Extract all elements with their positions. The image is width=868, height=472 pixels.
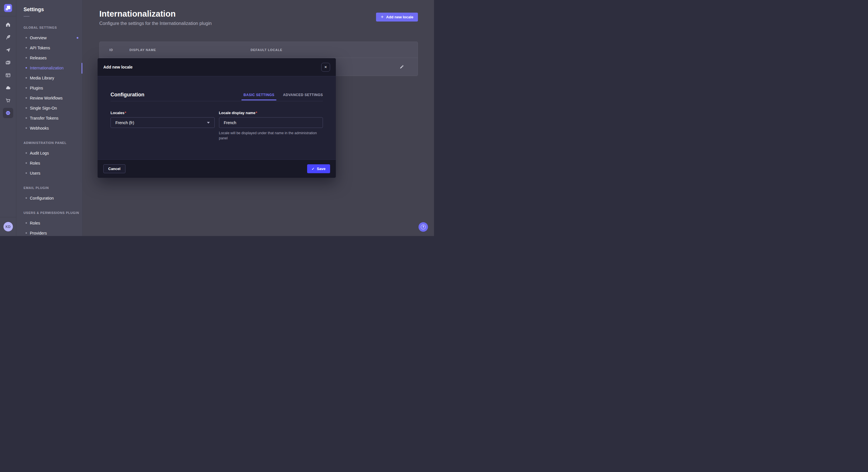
nav-item-label: Configuration: [30, 196, 54, 200]
required-asterisk: *: [125, 111, 126, 115]
bullet-icon: [26, 117, 27, 119]
modal-body: Configuration BASIC SETTINGS ADVANCED SE…: [98, 76, 336, 160]
subnav-title: Settings: [24, 6, 82, 12]
close-icon: ✕: [324, 65, 327, 69]
main-nav-rail: KD: [0, 0, 17, 236]
feather-icon[interactable]: [2, 31, 14, 43]
section-label-global-settings: GLOBAL SETTINGS: [24, 26, 82, 29]
question-mark-icon: ?: [421, 225, 426, 229]
display-name-label: Locale display name*: [219, 111, 323, 115]
plus-icon: +: [381, 14, 383, 19]
nav-item-label: Audit Logs: [30, 151, 49, 156]
nav-item-label: Users: [30, 171, 40, 175]
configuration-row: Configuration BASIC SETTINGS ADVANCED SE…: [111, 91, 323, 98]
strapi-settings-app: KD Settings GLOBAL SETTINGS Overview API…: [0, 0, 434, 236]
bullet-icon: [26, 37, 27, 38]
rail-icon-list: [0, 19, 16, 119]
nav-item-label: Providers: [30, 231, 47, 235]
section-label-email-plugin: EMAIL PLUGIN: [24, 186, 82, 190]
bullet-icon: [26, 107, 27, 109]
settings-gear-rail-item[interactable]: [2, 107, 14, 119]
layout-window-icon[interactable]: [2, 69, 14, 81]
save-button-label: Save: [317, 167, 326, 171]
save-button[interactable]: ✓ Save: [307, 164, 330, 173]
sidebar-item-releases[interactable]: Releases: [17, 53, 82, 63]
locales-table-header: ID DISPLAY NAME DEFAULT LOCALE: [100, 42, 417, 58]
modal-header: Add new locale ✕: [98, 58, 336, 76]
nav-item-label: Roles: [30, 221, 40, 225]
nav-item-label: Internationalization: [30, 66, 64, 70]
pencil-icon: [399, 65, 404, 69]
media-library-pictures-icon[interactable]: [2, 56, 14, 69]
home-icon[interactable]: [2, 19, 14, 31]
nav-item-label: Single Sign-On: [30, 106, 57, 110]
bullet-icon: [26, 127, 27, 129]
sidebar-item-api-tokens[interactable]: API Tokens: [17, 43, 82, 53]
bullet-icon: [26, 87, 27, 89]
nav-item-label: Plugins: [30, 86, 43, 90]
notification-dot: [76, 37, 79, 39]
locales-select[interactable]: French (fr): [111, 117, 215, 128]
modal-footer: Cancel ✓ Save: [98, 160, 336, 178]
locales-select-value: French (fr): [115, 121, 134, 125]
settings-tabs: BASIC SETTINGS ADVANCED SETTINGS: [243, 93, 323, 97]
settings-gear-icon: [5, 110, 11, 116]
sidebar-item-up-providers[interactable]: Providers: [17, 228, 82, 236]
user-avatar[interactable]: KD: [3, 222, 13, 231]
bullet-icon: [26, 222, 27, 224]
marketplace-cart-icon[interactable]: [2, 94, 14, 107]
cloud-icon[interactable]: [2, 81, 14, 94]
sidebar-item-transfer-tokens[interactable]: Transfer Tokens: [17, 113, 82, 123]
tabs-divider: [111, 101, 323, 101]
sidebar-item-plugins[interactable]: Plugins: [17, 83, 82, 93]
nav-item-label: Media Library: [30, 76, 54, 80]
cancel-button[interactable]: Cancel: [103, 164, 125, 173]
close-button[interactable]: ✕: [321, 63, 330, 72]
nav-item-label: Webhooks: [30, 126, 49, 131]
section-label-administration-panel: ADMINISTRATION PANEL: [24, 141, 82, 144]
sidebar-item-media-library[interactable]: Media Library: [17, 73, 82, 83]
bullet-icon: [26, 47, 27, 48]
paper-plane-icon[interactable]: [2, 43, 14, 56]
edit-locale-button[interactable]: [399, 65, 404, 69]
bullet-icon: [26, 77, 27, 78]
check-icon: ✓: [312, 167, 315, 171]
column-header-id: ID: [110, 48, 129, 52]
display-name-hint: Locale will be displayed under that name…: [219, 131, 323, 141]
bullet-icon: [26, 172, 27, 174]
bullet-icon: [26, 162, 27, 164]
sidebar-item-audit-logs[interactable]: Audit Logs: [17, 148, 82, 158]
tab-advanced-settings[interactable]: ADVANCED SETTINGS: [283, 93, 323, 97]
sidebar-item-email-configuration[interactable]: Configuration: [17, 193, 82, 203]
sidebar-item-internationalization[interactable]: Internationalization: [17, 63, 82, 73]
sidebar-item-admin-users[interactable]: Users: [17, 168, 82, 178]
tab-basic-settings[interactable]: BASIC SETTINGS: [243, 93, 274, 97]
display-name-input[interactable]: [219, 117, 323, 128]
add-new-locale-modal: Add new locale ✕ Configuration BASIC SET…: [98, 58, 336, 178]
display-name-field: Locale display name* Locale will be disp…: [219, 111, 323, 141]
avatar-initials: KD: [5, 225, 10, 229]
required-asterisk: *: [256, 111, 257, 115]
settings-subnav: Settings GLOBAL SETTINGS Overview API To…: [17, 0, 83, 236]
active-item-indicator: [82, 63, 82, 74]
sidebar-item-overview[interactable]: Overview: [17, 33, 82, 43]
column-header-display-name: DISPLAY NAME: [129, 48, 251, 52]
form-fields: Locales* French (fr) Locale display name…: [111, 111, 323, 141]
sidebar-item-single-sign-on[interactable]: Single Sign-On: [17, 103, 82, 113]
title-underline: [24, 16, 30, 16]
sidebar-item-up-roles[interactable]: Roles: [17, 218, 82, 228]
sidebar-item-webhooks[interactable]: Webhooks: [17, 123, 82, 133]
sidebar-item-review-workflows[interactable]: Review Workflows: [17, 93, 82, 103]
bullet-icon: [26, 152, 27, 154]
add-new-locale-button[interactable]: + Add new locale: [376, 12, 418, 22]
strapi-logo[interactable]: [4, 4, 12, 12]
sidebar-item-admin-roles[interactable]: Roles: [17, 158, 82, 168]
help-button[interactable]: ?: [418, 222, 428, 232]
bullet-icon: [26, 97, 27, 99]
rail-logo-slot: [0, 0, 16, 16]
bullet-icon: [26, 57, 27, 59]
page-title: Internationalization: [99, 9, 418, 19]
page-header: Internationalization Configure the setti…: [99, 9, 418, 26]
nav-item-label: Overview: [30, 36, 46, 40]
add-button-label: Add new locale: [386, 15, 413, 19]
